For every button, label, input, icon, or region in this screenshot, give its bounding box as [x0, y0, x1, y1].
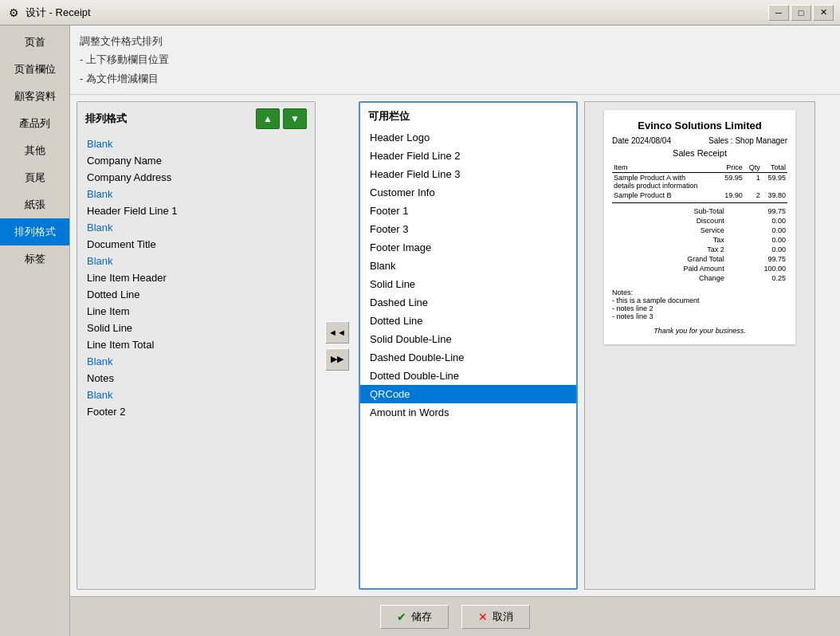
receipt-totals: Sub-Total 99.75 Discount 0.00 Service 0.… [612, 206, 787, 284]
list-item[interactable]: Line Item Total [77, 336, 315, 353]
table-row: Sample Product A withdetails product inf… [612, 173, 787, 191]
receipt-footer: Thank you for your business. [612, 327, 787, 335]
title-bar-controls: ─ □ ✕ [768, 5, 834, 21]
col-qty: Qty [744, 163, 762, 173]
right-column: 可用栏位 Header Logo Header Field Line 2 Hea… [359, 101, 578, 590]
receipt-table: Item Price Qty Total Sample Product A wi… [612, 163, 787, 200]
list-item[interactable]: Footer 2 [77, 403, 315, 420]
col-price: Price [718, 163, 744, 173]
list-item[interactable]: Blank [77, 219, 315, 236]
right-item[interactable]: Dotted Line [360, 312, 576, 330]
left-column-header: 排列格式 ▲ ▼ [77, 102, 315, 132]
sidebar: 页首 页首欄位 顧客資料 產品列 其他 頁尾 紙張 排列格式 标签 [0, 26, 70, 636]
right-item[interactable]: Solid Line [360, 275, 576, 293]
left-column: 排列格式 ▲ ▼ Blank Company Name Company Addr… [77, 101, 316, 590]
arrow-down-button[interactable]: ▼ [283, 108, 307, 129]
sidebar-item-page-top[interactable]: 页首 [0, 29, 69, 56]
instructions-panel: 調整文件格式排列 - 上下移動欄目位置 - 為文件增減欄目 [70, 26, 840, 95]
total-value: 0.00 [729, 236, 786, 244]
table-row: Sample Product B 19.90 2 39.80 [612, 190, 787, 200]
total-row: Tax 2 0.00 [614, 245, 786, 253]
total-label: Tax [614, 236, 728, 244]
total-value: 100.00 [729, 265, 786, 273]
right-item[interactable]: Footer Image [360, 238, 576, 257]
receipt-company-name: Evinco Solutions Limited [612, 120, 787, 132]
instructions-title: 調整文件格式排列 [80, 32, 830, 50]
minimize-button[interactable]: ─ [768, 5, 789, 21]
list-item[interactable]: Blank [77, 387, 315, 403]
cancel-label: 取消 [493, 610, 513, 624]
right-item[interactable]: Dashed Line [360, 293, 576, 312]
sidebar-item-format[interactable]: 排列格式 [0, 218, 69, 245]
app-icon: ⚙ [6, 6, 21, 20]
receipt-doc-title: Sales Receipt [612, 148, 787, 158]
title-bar-text: 设计 - Receipt [26, 6, 768, 20]
right-item[interactable]: Customer Info [360, 183, 576, 202]
receipt-preview: Evinco Solutions Limited Date 2024/08/04… [604, 110, 795, 344]
total-label: Sub-Total [614, 207, 728, 215]
middle-buttons: ◄◄ ▶▶ [322, 101, 352, 590]
total-label: Paid Amount [614, 265, 728, 273]
save-label: 储存 [411, 610, 432, 624]
save-button[interactable]: ✔ 储存 [380, 605, 449, 629]
right-item[interactable]: Solid Double-Line [360, 330, 576, 348]
list-item[interactable]: Company Name [77, 152, 315, 169]
total-row: Service 0.00 [614, 226, 786, 234]
right-item[interactable]: Header Logo [360, 128, 576, 147]
left-column-title: 排列格式 [85, 112, 256, 126]
cancel-icon: ✕ [478, 610, 488, 623]
list-item[interactable]: Blank [77, 253, 315, 269]
list-item[interactable]: Line Item [77, 303, 315, 320]
item-price: 59.95 [718, 173, 744, 191]
right-item[interactable]: Amount in Words [360, 403, 576, 422]
title-bar: ⚙ 设计 - Receipt ─ □ ✕ [0, 0, 840, 26]
total-row: Tax 0.00 [614, 236, 786, 244]
sidebar-item-page-header[interactable]: 页首欄位 [0, 56, 69, 83]
list-item[interactable]: Blank [77, 135, 315, 152]
right-item[interactable]: Blank [360, 257, 576, 275]
sidebar-item-label[interactable]: 标签 [0, 245, 69, 273]
arrow-up-button[interactable]: ▲ [256, 108, 280, 129]
list-item[interactable]: Blank [77, 186, 315, 202]
right-list: Header Logo Header Field Line 2 Header F… [360, 127, 576, 588]
total-value: 99.75 [729, 207, 786, 215]
total-value: 0.25 [729, 274, 786, 282]
sidebar-item-footer[interactable]: 頁尾 [0, 164, 69, 191]
item-name: Sample Product A withdetails product inf… [612, 173, 718, 191]
bottom-bar: ✔ 储存 ✕ 取消 [70, 596, 840, 636]
receipt-date-line: Date 2024/08/04 Sales : Shop Manager [612, 136, 787, 145]
list-item[interactable]: Solid Line [77, 320, 315, 336]
list-item[interactable]: Blank [77, 353, 315, 370]
arrow-buttons: ▲ ▼ [256, 108, 307, 129]
close-button[interactable]: ✕ [813, 5, 834, 21]
list-item[interactable]: Line Item Header [77, 269, 315, 286]
total-row: Grand Total 99.75 [614, 255, 786, 263]
list-item[interactable]: Company Address [77, 169, 315, 186]
list-item[interactable]: Notes [77, 370, 315, 387]
right-item-qrcode[interactable]: QRCode [360, 385, 576, 403]
move-right-button[interactable]: ▶▶ [325, 348, 349, 371]
total-value: 0.00 [729, 226, 786, 234]
preview-area: Evinco Solutions Limited Date 2024/08/04… [584, 101, 815, 590]
total-value: 99.75 [729, 255, 786, 263]
right-item[interactable]: Dotted Double-Line [360, 367, 576, 385]
right-item[interactable]: Footer 1 [360, 202, 576, 220]
sidebar-item-other[interactable]: 其他 [0, 137, 69, 164]
right-item[interactable]: Header Field Line 2 [360, 147, 576, 165]
notes-line: - this is a sample document [612, 296, 787, 304]
item-qty: 2 [744, 190, 762, 200]
maximize-button[interactable]: □ [791, 5, 811, 21]
move-left-button[interactable]: ◄◄ [325, 321, 349, 344]
right-item[interactable]: Footer 3 [360, 220, 576, 238]
cancel-button[interactable]: ✕ 取消 [461, 605, 530, 629]
item-name: Sample Product B [612, 190, 718, 200]
list-item[interactable]: Dotted Line [77, 286, 315, 303]
sidebar-item-products[interactable]: 產品列 [0, 110, 69, 137]
sidebar-item-paper[interactable]: 紙張 [0, 191, 69, 218]
right-item[interactable]: Dashed Double-Line [360, 348, 576, 367]
right-item[interactable]: Header Field Line 3 [360, 165, 576, 183]
list-item[interactable]: Document Title [77, 236, 315, 253]
list-item[interactable]: Header Field Line 1 [77, 202, 315, 219]
sidebar-item-customer[interactable]: 顧客資料 [0, 83, 69, 110]
receipt-notes: Notes: - this is a sample document - not… [612, 289, 787, 320]
